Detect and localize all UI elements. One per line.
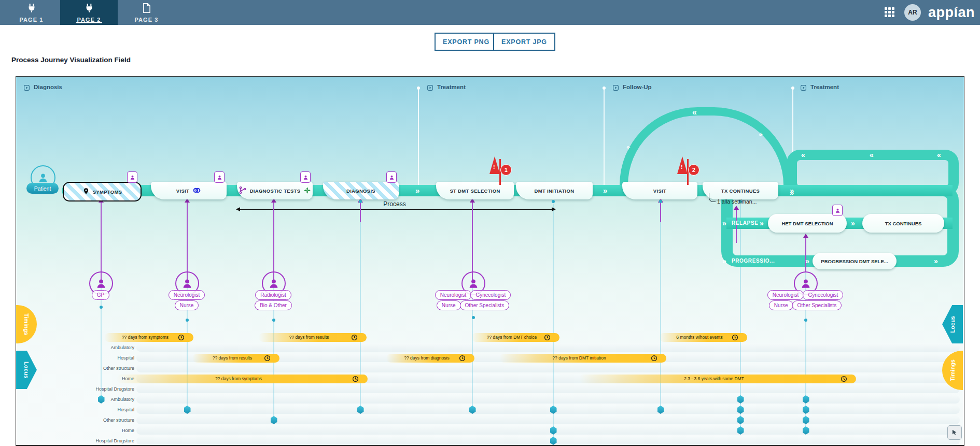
side-tab-timings-left[interactable]: Timings	[16, 305, 37, 343]
actor-pill[interactable]: Neurologist	[767, 290, 804, 300]
locus-row-label: Hospital	[32, 407, 134, 412]
actor-pill[interactable]: Gynecologist	[803, 290, 843, 300]
step-label: ST DMT SELECTION	[450, 188, 500, 194]
locus-row-label: Other structure	[32, 418, 134, 423]
selection-tool-icon[interactable]	[947, 425, 962, 440]
phase-separator-dot	[417, 87, 420, 90]
timing-bar-label: ?? days from results	[213, 355, 260, 361]
locus-row-label: Home	[32, 428, 134, 433]
clock-icon	[544, 334, 558, 342]
annotation-text: 1 alla settiman...	[717, 198, 757, 205]
actor-pill[interactable]: Neurologist	[435, 290, 472, 300]
journey-step-symptoms[interactable]: SYMPTOMS	[63, 182, 142, 202]
phase-icon	[612, 84, 619, 93]
journey-step-dmt-initiation[interactable]: DMT INITIATION	[516, 182, 593, 199]
annotation-connector	[709, 193, 716, 202]
actor-pill[interactable]: Other Specialists	[792, 300, 842, 310]
actor-pill[interactable]: GP	[92, 290, 109, 300]
locus-row	[136, 364, 960, 372]
progression-label: PROGRESSIO...	[732, 258, 775, 264]
clock-icon	[651, 355, 665, 363]
locus-row	[136, 406, 960, 414]
timing-bar: 2.3 - 3.6 years with some DMT	[579, 375, 856, 383]
journey-step-diagnostic-tests[interactable]: DIAGNOSTIC TESTS	[237, 182, 313, 199]
actor-label-row: Radiologist	[256, 290, 291, 300]
nav-tab-page-2[interactable]: PAGE 2	[60, 0, 118, 25]
person-badge	[300, 171, 311, 183]
timing-bar: ?? days from diagnosis	[386, 354, 474, 363]
actor-label-row: Neurologist	[170, 290, 205, 300]
actor-label-row: NurseOther Specialists	[438, 300, 509, 310]
actor-pill[interactable]: Nurse	[437, 300, 461, 310]
side-tab-label: Locus	[23, 362, 30, 378]
export-jpg-button[interactable]: EXPORT JPG	[493, 33, 555, 51]
connector-dot	[472, 316, 475, 319]
actor-pill[interactable]: Neurologist	[169, 290, 205, 300]
frame-main-chevron-icon: »	[790, 189, 793, 196]
phase-icon	[427, 84, 433, 93]
connector-line	[472, 199, 473, 280]
branch-step-het-dmt-selection[interactable]: HET DMT SELECTION	[768, 214, 847, 233]
side-tab-label: Timings	[949, 359, 956, 381]
timing-bar-label: ?? days from symptoms	[215, 376, 269, 381]
process-label: Process	[379, 200, 410, 208]
top-navbar: PAGE 1PAGE 2PAGE 3 AR appían	[0, 0, 980, 25]
actor-pill[interactable]: Nurse	[769, 300, 793, 310]
timing-bar-label: 6 months wihout events	[676, 335, 730, 340]
step-label: VISIT	[653, 188, 666, 194]
actor-pill[interactable]: Other Specialists	[460, 300, 510, 310]
process-journey-diagram: AmbulatoryHospitalOther structureHomeHos…	[16, 76, 964, 446]
branch-chevron-icon: »	[851, 220, 854, 227]
app-grid-icon[interactable]	[885, 7, 895, 18]
relapse-label: RELAPSE	[732, 220, 758, 226]
branch-chevron-icon: »	[805, 257, 808, 265]
clock-icon	[841, 376, 855, 383]
step-label: SYMPTOMS	[93, 189, 122, 195]
page-icon	[142, 3, 151, 16]
loop-return-chevron-icon: «	[801, 151, 804, 159]
branch-step-tx-continues[interactable]: TX CONTINUES	[862, 214, 944, 233]
journey-step-diagnosis[interactable]: DIAGNOSIS	[323, 182, 399, 199]
connector-dot	[186, 319, 189, 322]
arc-chevron-top-icon: «	[692, 108, 696, 117]
clock-icon	[732, 334, 746, 342]
nav-tab-page-3[interactable]: PAGE 3	[118, 0, 175, 25]
timing-bar: ?? days from results	[259, 333, 367, 342]
connector-arrowhead	[734, 206, 739, 210]
journey-step-st-dmt-selection[interactable]: ST DMT SELECTION	[436, 182, 514, 199]
journey-step-visit[interactable]: VISIT	[151, 182, 227, 199]
actor-pill[interactable]: Radiologist	[255, 290, 291, 300]
nav-tab-page-1[interactable]: PAGE 1	[3, 0, 60, 25]
phase-icon	[800, 84, 807, 93]
side-tab-locus-right[interactable]: Locus	[942, 305, 963, 343]
timing-bar: ?? days from symptoms	[117, 375, 368, 383]
followup-loop-arc	[620, 107, 792, 193]
locus-row	[136, 437, 960, 445]
step-label: DIAGNOSIS	[346, 188, 375, 194]
connector-line	[101, 199, 102, 280]
phase-separator	[418, 87, 419, 194]
risk-flag-number-badge: 2	[688, 164, 699, 176]
timing-bar-label: ?? days from results	[289, 335, 337, 340]
branch-step-progression-dmt-sele-[interactable]: PROGRESSION DMT SELE...	[813, 253, 897, 269]
locus-row	[136, 385, 960, 393]
plug-icon	[26, 3, 37, 16]
person-badge	[832, 205, 843, 216]
connector-line	[273, 199, 274, 280]
step-label: DIAGNOSTIC TESTS	[250, 188, 301, 194]
actor-pill[interactable]: Nurse	[175, 300, 199, 310]
actor-pill[interactable]: Bio & Other	[255, 300, 292, 310]
step-label: VISIT	[176, 188, 189, 194]
avatar[interactable]: AR	[904, 4, 921, 21]
connector-dot	[804, 319, 807, 322]
actor-pill[interactable]: Gynecologist	[470, 290, 511, 300]
actor-group: RadiologistBio & Other	[214, 271, 333, 310]
risk-flag-number-badge: 1	[500, 164, 512, 176]
export-png-button[interactable]: EXPORT PNG	[435, 33, 498, 51]
step-label: DMT INITIATION	[535, 188, 575, 194]
connector-dot	[359, 200, 362, 203]
clock-icon	[351, 334, 365, 342]
journey-step-visit[interactable]: VISIT	[622, 182, 697, 199]
locus-row	[136, 426, 960, 435]
plug-icon	[84, 3, 94, 16]
